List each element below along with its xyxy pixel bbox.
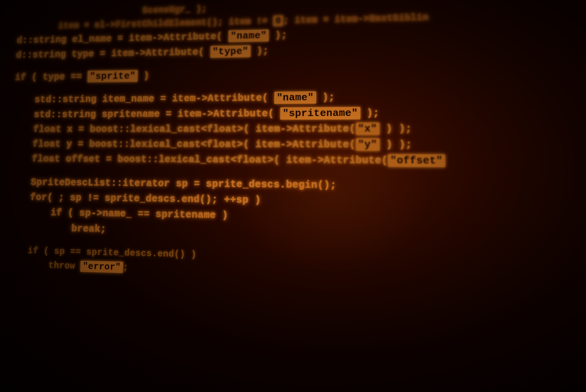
code-screen: SceneNgr_ ); item = el->FirstChildElemen… [0,0,586,392]
highlight-type: "type" [210,45,251,57]
highlight-name-1: "name" [228,30,269,43]
code-line-8: float x = boost::lexical_cast<float>( it… [12,120,586,137]
code-line-9: float y = boost::lexical_cast<float>( it… [11,137,586,153]
highlight-offset: "offset" [388,154,445,167]
highlight-sprite: "sprite" [88,70,138,82]
highlight-y: "y" [356,138,380,151]
highlight-name-2: "name" [274,91,316,104]
code-content: SceneNgr_ ); item = el->FirstChildElemen… [0,0,586,299]
highlight-x: "x" [356,123,380,135]
highlight-error: "error" [80,261,123,273]
highlight-null: 0 [273,15,283,26]
highlight-spritename: "spritename" [280,107,360,119]
